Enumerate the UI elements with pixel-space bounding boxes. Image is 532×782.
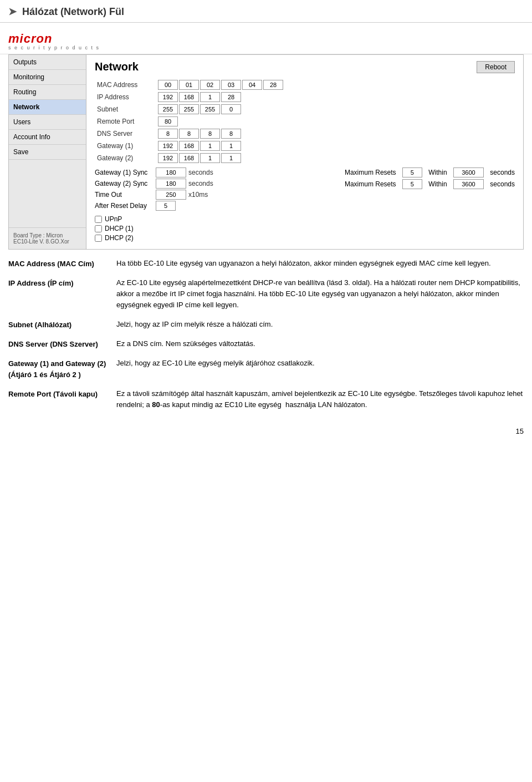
gw2-octet-0[interactable]	[158, 153, 178, 163]
time-out-input[interactable]	[156, 190, 186, 200]
desc-gateway-text: Jelzi, hogy az EC-10 Lite egység melyik …	[116, 358, 524, 380]
sidebar-item-network[interactable]: Network	[9, 100, 86, 115]
sidebar-item-save[interactable]: Save	[9, 145, 86, 160]
remote-port-row: Remote Port	[95, 115, 515, 128]
network-content: Network Reboot MAC Address	[86, 55, 523, 249]
sidebar-item-account-info[interactable]: Account Info	[9, 130, 86, 145]
after-reset-delay-input[interactable]	[156, 201, 176, 211]
time-out-row: Time Out x10ms	[95, 190, 328, 200]
desc-dns-label: DNS Server (DNS Szerver)	[8, 338, 111, 350]
ip-octet-0[interactable]	[158, 92, 178, 102]
gateway2-sync-label: Gateway (2) Sync	[95, 180, 156, 187]
ip-octet-1[interactable]	[179, 92, 199, 102]
gw2-octet-3[interactable]	[221, 153, 241, 163]
reboot-button[interactable]: Reboot	[477, 61, 515, 73]
gateway1-label: Gateway (1)	[95, 140, 156, 152]
desc-ip-text: Az EC-10 Lite egység alapértelmezettként…	[116, 277, 524, 311]
gw1-octet-1[interactable]	[179, 141, 199, 151]
main-layout: Outputs Monitoring Routing Network Users…	[8, 54, 524, 250]
dns-server-inputs	[156, 128, 515, 140]
subnet-octet-2[interactable]	[200, 104, 220, 114]
logo-subtitle: s e c u r i t y p r o d u c t s	[8, 45, 524, 50]
mac-octet-4[interactable]	[242, 80, 262, 90]
gw1-octet-0[interactable]	[158, 141, 178, 151]
within-val2[interactable]	[453, 179, 484, 189]
max-resets-val1[interactable]	[402, 167, 422, 177]
dns-octet-1[interactable]	[179, 129, 199, 139]
gateway2-inputs	[156, 152, 515, 164]
gw1-octet-3[interactable]	[221, 141, 241, 151]
after-reset-delay-label: After Reset Delay	[95, 202, 156, 210]
upnp-checkbox[interactable]	[95, 216, 102, 223]
gateway1-sync-row: Gateway (1) Sync seconds	[95, 167, 328, 177]
arrow-icon: ➤	[8, 6, 17, 17]
dhcp1-row: DHCP (1)	[95, 225, 515, 232]
time-out-label: Time Out	[95, 191, 156, 199]
sidebar-item-monitoring[interactable]: Monitoring	[9, 70, 86, 85]
desc-dns: DNS Server (DNS Szerver) Ez a DNS cím. N…	[8, 338, 524, 350]
subnet-octet-0[interactable]	[158, 104, 178, 114]
max-resets-section: Maximum Resets Within seconds Maximum Re…	[345, 167, 515, 189]
ip-octet-3[interactable]	[221, 92, 241, 102]
gw2-octet-2[interactable]	[200, 153, 220, 163]
ip-address-label: IP Address	[95, 91, 156, 103]
desc-remote-port-text: Ez a távoli számítógép által használt ka…	[116, 388, 524, 410]
subnet-octet-3[interactable]	[221, 104, 241, 114]
dhcp1-checkbox[interactable]	[95, 225, 102, 232]
seconds-label1: seconds	[490, 169, 515, 176]
dhcp2-label: DHCP (2)	[105, 234, 134, 242]
mac-octet-2[interactable]	[200, 80, 220, 90]
gateway1-sync-unit: seconds	[188, 169, 213, 176]
ip-octet-2[interactable]	[200, 92, 220, 102]
logo-area: micron s e c u r i t y p r o d u c t s	[0, 28, 532, 54]
mac-octet-5[interactable]	[263, 80, 283, 90]
desc-subnet-text: Jelzi, hogy az IP cím melyik része a hál…	[116, 319, 524, 331]
desc-subnet-label: Subnet (Alhálózat)	[8, 319, 111, 331]
page-title-section: ➤ Hálózat (Network) Fül	[0, 0, 532, 23]
max-resets-val2[interactable]	[402, 179, 422, 189]
desc-mac-address: MAC Address (MAC Cím) Ha több EC-10 Lite…	[8, 258, 524, 270]
gateway1-sync-input[interactable]	[156, 167, 186, 177]
gateway2-sync-input[interactable]	[156, 179, 186, 189]
desc-gateway-label: Gateway (1) and Gateway (2)(Átjáró 1 és …	[8, 358, 111, 380]
subnet-inputs	[156, 103, 515, 115]
gateway1-inputs	[156, 140, 515, 152]
dns-octet-2[interactable]	[200, 129, 220, 139]
remote-port-input-cell	[156, 115, 515, 128]
dns-octet-3[interactable]	[221, 129, 241, 139]
remote-port-input[interactable]	[158, 116, 178, 126]
sync-maxresets-section: Gateway (1) Sync seconds Gateway (2) Syn…	[95, 167, 515, 212]
desc-mac-label: MAC Address (MAC Cím)	[8, 258, 111, 270]
gateway2-sync-unit: seconds	[188, 180, 213, 187]
within-label1: Within	[428, 169, 447, 176]
sidebar-item-users[interactable]: Users	[9, 115, 86, 130]
network-header: Network Reboot	[95, 60, 515, 73]
mac-address-row: MAC Address	[95, 79, 515, 91]
gateway1-sync-label: Gateway (1) Sync	[95, 169, 156, 176]
brand-logo: micron	[8, 32, 524, 46]
dhcp1-label: DHCP (1)	[105, 225, 134, 232]
sidebar-item-outputs[interactable]: Outputs	[9, 55, 86, 70]
max-resets-row1: Maximum Resets Within seconds	[345, 167, 515, 177]
dns-server-row: DNS Server	[95, 128, 515, 140]
mac-octet-1[interactable]	[179, 80, 199, 90]
mac-octet-3[interactable]	[221, 80, 241, 90]
desc-gateway: Gateway (1) and Gateway (2)(Átjáró 1 és …	[8, 358, 524, 380]
gateway2-row: Gateway (2)	[95, 152, 515, 164]
desc-subnet: Subnet (Alhálózat) Jelzi, hogy az IP cím…	[8, 319, 524, 331]
gw1-octet-2[interactable]	[200, 141, 220, 151]
sidebar-footer: Board Type : Micron EC10-Lite V. 8.GO.Xo…	[9, 227, 86, 249]
mac-octet-0[interactable]	[158, 80, 178, 90]
dhcp2-checkbox[interactable]	[95, 235, 102, 242]
within-val1[interactable]	[453, 167, 484, 177]
max-resets-row2: Maximum Resets Within seconds	[345, 179, 515, 189]
gw2-octet-1[interactable]	[179, 153, 199, 163]
dns-server-label: DNS Server	[95, 128, 156, 140]
subnet-octet-1[interactable]	[179, 104, 199, 114]
dns-octet-0[interactable]	[158, 129, 178, 139]
mac-address-inputs	[156, 79, 515, 91]
network-form-table: MAC Address IP Address	[95, 79, 515, 164]
desc-ip-address: IP Address (ÍP cím) Az EC-10 Lite egység…	[8, 277, 524, 311]
subnet-row: Subnet	[95, 103, 515, 115]
sidebar-item-routing[interactable]: Routing	[9, 85, 86, 100]
